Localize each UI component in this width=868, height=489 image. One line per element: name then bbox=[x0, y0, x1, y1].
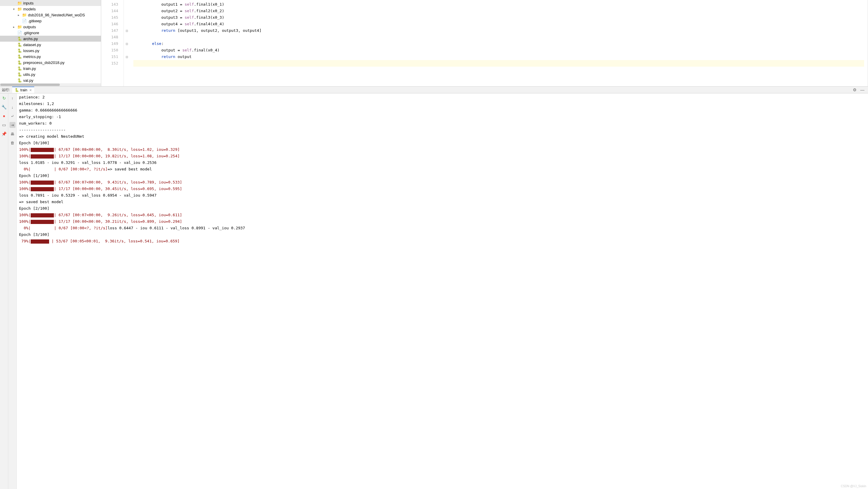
tree-item-val-py[interactable]: 🐍val.py bbox=[0, 77, 101, 83]
tree-item-dsb2018-96-NestedUNet-woDS[interactable]: ▸📁dsb2018_96_NestedUNet_woDS bbox=[0, 12, 101, 18]
tree-item-preprocess-dsb2018-py[interactable]: 🐍preprocess_dsb2018.py bbox=[0, 60, 101, 65]
fold-marker-icon bbox=[124, 60, 130, 67]
run-label: 运行: bbox=[2, 88, 10, 93]
scroll-to-end-icon[interactable]: ⇥ bbox=[9, 122, 16, 128]
file-icon: 📄 bbox=[17, 30, 22, 35]
progress-bar bbox=[31, 181, 54, 185]
stop-icon[interactable]: ■ bbox=[1, 113, 7, 119]
code-line[interactable]: return output bbox=[133, 54, 864, 60]
soft-wrap-icon[interactable]: ⤶ bbox=[9, 113, 16, 119]
code-line[interactable]: output1 = self.final1(x0_1) bbox=[133, 1, 864, 8]
tree-item-label: dataset.py bbox=[23, 42, 41, 47]
python-file-icon: 🐍 bbox=[17, 36, 22, 41]
tree-item-train-py[interactable]: 🐍train.py bbox=[0, 65, 101, 71]
console-line: patience: 2 bbox=[19, 94, 866, 101]
fold-marker-icon[interactable]: ⊟ bbox=[124, 27, 130, 34]
python-file-icon: 🐍 bbox=[17, 60, 22, 65]
file-tree-horizontal-scrollbar[interactable] bbox=[0, 83, 101, 86]
tree-item--gitignore[interactable]: 📄.gitignore bbox=[0, 30, 101, 36]
tree-item-archs-py[interactable]: 🐍archs.py bbox=[0, 36, 101, 42]
python-file-icon: 🐍 bbox=[17, 54, 22, 59]
fold-marker-icon bbox=[124, 8, 130, 14]
fold-marker-icon bbox=[124, 1, 130, 8]
run-toolbar-right: ↑ ↓ ⤶ ⇥ 🖶 🗑 bbox=[8, 93, 17, 489]
console-line: loss 0.7891 - iou 0.5329 - val_loss 0.69… bbox=[19, 192, 866, 199]
up-icon[interactable]: ↑ bbox=[9, 95, 16, 101]
tree-item-label: models bbox=[23, 7, 36, 11]
line-number: 143 bbox=[101, 1, 124, 8]
tree-item-label: archs.py bbox=[23, 37, 38, 41]
progress-bar bbox=[31, 220, 54, 224]
close-icon[interactable]: ✕ bbox=[29, 88, 32, 92]
chevron-icon[interactable]: ▸ bbox=[13, 25, 17, 29]
fold-marker-icon[interactable]: ⊟ bbox=[124, 40, 130, 47]
tree-item-outputs[interactable]: ▸📁outputs bbox=[0, 24, 101, 30]
chevron-icon[interactable]: ▾ bbox=[13, 7, 17, 11]
code-line[interactable] bbox=[133, 34, 864, 40]
tree-item-label: preprocess_dsb2018.py bbox=[23, 60, 65, 65]
code-editor[interactable]: 143144145146147148149150151152 ⊟⊟⊟ outpu… bbox=[101, 0, 868, 86]
editor-fold-gutter[interactable]: ⊟⊟⊟ bbox=[124, 0, 130, 86]
chevron-icon[interactable]: ▸ bbox=[18, 13, 22, 17]
line-number: 152 bbox=[101, 60, 124, 67]
code-line[interactable]: output2 = self.final2(x0_2) bbox=[133, 8, 864, 14]
console-line: loss 1.0185 - iou 0.3291 - val_loss 1.07… bbox=[19, 159, 866, 166]
console-line: Epoch [3/100] bbox=[19, 231, 866, 238]
folder-icon: 📁 bbox=[17, 24, 22, 29]
code-line[interactable]: else: bbox=[133, 40, 864, 47]
tree-item-label: .gitignore bbox=[23, 31, 39, 35]
folder-icon: 📁 bbox=[22, 12, 27, 17]
console-line: gamma: 0.6666666666666666 bbox=[19, 107, 866, 113]
console-line: 0%| | 0/67 [00:00<?, ?it/s]=> saved best… bbox=[19, 166, 866, 172]
tree-item-models[interactable]: ▾📁models bbox=[0, 6, 101, 12]
python-file-icon: 🐍 bbox=[17, 42, 22, 47]
progress-bar bbox=[31, 148, 54, 152]
tree-item-label: inputs bbox=[23, 1, 34, 5]
watermark: CSDN @VJ_Siskin bbox=[841, 485, 866, 488]
fold-marker-icon bbox=[124, 21, 130, 27]
python-file-icon: 🐍 bbox=[17, 66, 22, 71]
console-line: 100%|| 17/17 [00:00<00:00, 30.45it/s, lo… bbox=[19, 186, 866, 192]
layout-icon[interactable]: ▭ bbox=[1, 122, 7, 128]
tree-item-utils-py[interactable]: 🐍utils.py bbox=[0, 71, 101, 77]
console-line: -------------------- bbox=[19, 127, 866, 133]
console-line: num_workers: 0 bbox=[19, 120, 866, 127]
fold-marker-icon[interactable]: ⊟ bbox=[124, 54, 130, 60]
code-line[interactable]: output4 = self.final4(x0_4) bbox=[133, 21, 864, 27]
tree-item-metrics-py[interactable]: 🐍metrics.py bbox=[0, 54, 101, 60]
run-tab-train[interactable]: 🐍 train ✕ bbox=[12, 87, 34, 93]
down-icon[interactable]: ↓ bbox=[9, 104, 16, 110]
tree-item-label: train.py bbox=[23, 66, 36, 71]
pin-icon[interactable]: 📌 bbox=[1, 131, 7, 137]
wrench-icon[interactable]: 🔧 bbox=[1, 104, 7, 110]
line-number: 145 bbox=[101, 14, 124, 21]
console-line: 0%| | 0/67 [00:00<?, ?it/s]loss 0.6447 -… bbox=[19, 225, 866, 231]
code-line[interactable]: output3 = self.final3(x0_3) bbox=[133, 14, 864, 21]
minimize-icon[interactable]: — bbox=[860, 88, 864, 92]
trash-icon[interactable]: 🗑 bbox=[9, 140, 16, 146]
fold-marker-icon bbox=[124, 34, 130, 40]
project-file-tree[interactable]: 📁inputs▾📁models▸📁dsb2018_96_NestedUNet_w… bbox=[0, 0, 101, 86]
python-file-icon: 🐍 bbox=[17, 78, 22, 83]
rerun-icon[interactable]: ↻ bbox=[1, 95, 7, 101]
tree-item-dataset-py[interactable]: 🐍dataset.py bbox=[0, 42, 101, 47]
python-icon: 🐍 bbox=[14, 88, 19, 92]
console-line: 100%|| 17/17 [00:00<00:00, 19.82it/s, lo… bbox=[19, 153, 866, 159]
tree-item-losses-py[interactable]: 🐍losses.py bbox=[0, 47, 101, 54]
gear-icon[interactable]: ⚙ bbox=[853, 88, 857, 92]
tree-item-inputs[interactable]: 📁inputs bbox=[0, 0, 101, 6]
tree-item-label: .gitkeep bbox=[28, 19, 42, 23]
console-output[interactable]: patience: 2milestones: 1,2gamma: 0.66666… bbox=[17, 93, 868, 489]
console-line: 100%|| 67/67 [00:07<00:00, 9.26it/s, los… bbox=[19, 212, 866, 218]
code-line[interactable]: return [output1, output2, output3, outpu… bbox=[133, 27, 864, 34]
print-icon[interactable]: 🖶 bbox=[9, 131, 16, 137]
code-line[interactable] bbox=[133, 60, 864, 67]
code-line[interactable]: output = self.final(x0_4) bbox=[133, 47, 864, 54]
editor-content[interactable]: output1 = self.final1(x0_1) output2 = se… bbox=[130, 0, 868, 86]
fold-marker-icon bbox=[124, 14, 130, 21]
run-toolbar-left: ↻ 🔧 ■ ▭ 📌 bbox=[0, 93, 8, 489]
progress-bar bbox=[31, 213, 54, 218]
tree-item--gitkeep[interactable]: 📄.gitkeep bbox=[0, 18, 101, 24]
run-tab-label: train bbox=[20, 88, 27, 92]
line-number: 146 bbox=[101, 21, 124, 27]
